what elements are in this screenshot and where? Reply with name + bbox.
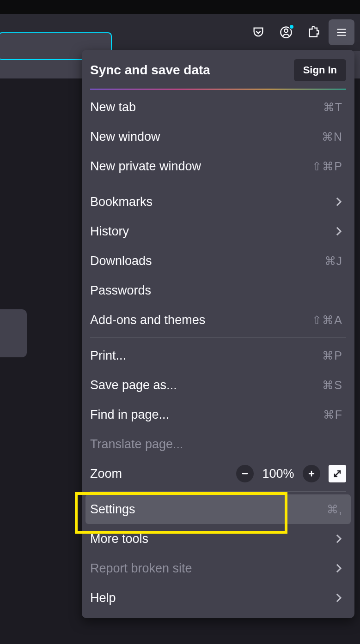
menu-item-label: Help [90,591,116,605]
sync-header: Sync and save data Sign In [82,50,354,89]
menu-item-label: Add-ons and themes [90,313,205,327]
shortcut-text: ⌘J [324,254,343,268]
shortcut-text: ⌘N [322,130,342,144]
menu-item-label: Passwords [90,283,151,298]
pocket-icon[interactable] [245,19,271,45]
shortcut-text: ⌘P [322,349,342,362]
chevron-right-icon [335,563,342,573]
menu-item-passwords[interactable]: Passwords [82,276,354,305]
shortcut-text: ⇧⌘P [312,160,342,173]
shortcut-text: ⌘S [322,379,342,392]
chevron-right-icon [335,197,342,207]
menu-item-new-private-window[interactable]: New private window ⇧⌘P [82,151,354,181]
menu-item-label: Translate page... [90,437,183,451]
menu-item-label: Bookmarks [90,195,153,209]
browser-toolbar [0,14,360,51]
extensions-icon[interactable] [301,19,327,45]
menu-item-help[interactable]: Help [82,583,354,613]
menu-item-label: Settings [90,502,135,517]
menu-item-label: Print... [90,349,126,363]
side-panel-nub [0,309,27,357]
window-titlebar [0,0,360,14]
zoom-in-button[interactable] [303,465,320,482]
menu-item-addons[interactable]: Add-ons and themes ⇧⌘A [82,305,354,335]
notification-dot-icon [289,24,294,30]
menu-item-bookmarks[interactable]: Bookmarks [82,187,354,217]
menu-item-report-site: Report broken site [82,554,354,583]
zoom-label: Zoom [90,467,231,481]
account-icon[interactable] [273,19,299,45]
menu-item-label: Report broken site [90,561,192,576]
sync-title: Sync and save data [90,63,210,78]
menu-separator [90,337,346,338]
svg-point-1 [284,29,287,32]
chevron-right-icon [335,593,342,603]
zoom-out-button[interactable] [236,465,254,482]
menu-item-label: Downloads [90,254,152,268]
menu-separator [90,491,346,492]
menu-item-find[interactable]: Find in page... ⌘F [82,400,354,429]
gradient-divider [90,89,346,90]
menu-item-label: History [90,224,129,239]
shortcut-text: ⌘T [323,101,342,114]
menu-item-label: New tab [90,100,136,114]
menu-item-new-window[interactable]: New window ⌘N [82,122,354,151]
menu-item-print[interactable]: Print... ⌘P [82,341,354,370]
menu-item-settings[interactable]: Settings ⌘, [85,494,351,524]
hamburger-menu-button[interactable] [329,19,354,45]
menu-item-label: Find in page... [90,408,169,422]
fullscreen-button[interactable] [329,465,346,482]
signin-button[interactable]: Sign In [294,59,346,81]
menu-item-label: New private window [90,159,201,174]
shortcut-text: ⌘F [323,408,342,421]
menu-separator [90,184,346,184]
chevron-right-icon [335,226,342,236]
shortcut-text: ⇧⌘A [312,313,342,327]
menu-item-save-page[interactable]: Save page as... ⌘S [82,370,354,400]
application-menu: Sync and save data Sign In New tab ⌘T Ne… [82,50,354,618]
menu-item-label: More tools [90,532,148,546]
menu-item-label: New window [90,130,160,144]
chevron-right-icon [335,534,342,544]
menu-item-label: Save page as... [90,378,177,392]
menu-item-new-tab[interactable]: New tab ⌘T [82,92,354,122]
shortcut-text: ⌘, [327,503,342,516]
menu-item-translate: Translate page... [82,429,354,459]
menu-item-downloads[interactable]: Downloads ⌘J [82,246,354,276]
menu-item-more-tools[interactable]: More tools [82,524,354,554]
menu-item-zoom: Zoom 100% [82,459,354,488]
zoom-value: 100% [259,467,297,481]
menu-item-history[interactable]: History [82,217,354,246]
